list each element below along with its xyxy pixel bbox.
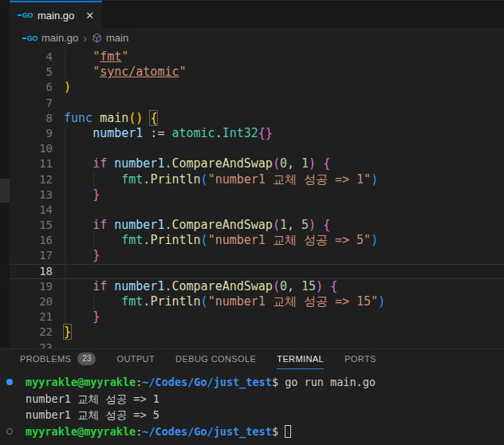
panel-tab-ports[interactable]: PORTS — [345, 349, 376, 369]
code-token — [93, 111, 100, 125]
symbol-package-icon — [92, 33, 102, 43]
indent-guide — [65, 187, 65, 203]
code-token: fmt — [121, 294, 143, 309]
code-line-9[interactable]: 9 number1 := atomic.Int32{} — [10, 126, 504, 141]
matched-bracket: } — [64, 325, 71, 339]
code-line-22[interactable]: 22} — [10, 325, 504, 340]
vscode-window: GO main.go ✕ GO main.go › main 4 "fmt"5 … — [0, 0, 504, 445]
sidebar-scrollbar-thumb[interactable] — [0, 179, 10, 203]
indent-guide — [93, 172, 94, 187]
code-token: CompareAndSwap — [171, 279, 272, 293]
code-line-5[interactable]: 5 "sync/atomic" — [10, 65, 504, 80]
command-decoration-icon[interactable] — [6, 428, 13, 435]
code-line-19[interactable]: 19 if number1.CompareAndSwap(0, 15) { — [10, 279, 504, 294]
code-content — [53, 264, 504, 279]
line-number: 15 — [10, 218, 53, 233]
panel-tab-bar: PROBLEMS23OUTPUTDEBUG CONSOLETERMINALPOR… — [0, 349, 504, 369]
code-line-8[interactable]: 8func main() { — [10, 111, 504, 126]
terminal-line: number1 교체 성공 => 5 — [0, 407, 504, 423]
code-line-23[interactable]: 23 — [10, 341, 504, 349]
breadcrumb-file[interactable]: GO main.go — [22, 32, 78, 44]
code-line-15[interactable]: 15 if number1.CompareAndSwap(1, 5) { — [10, 218, 504, 233]
code-line-17[interactable]: 17 } — [10, 248, 504, 263]
tab-main-go[interactable]: GO main.go ✕ — [10, 1, 102, 28]
code-token: ( — [273, 156, 280, 171]
code-content: if number1.CompareAndSwap(0, 15) { — [53, 279, 504, 294]
indent-guide — [65, 203, 65, 218]
code-token: " — [179, 65, 187, 79]
indent-guide — [65, 172, 65, 187]
code-token: if — [93, 279, 107, 293]
indent-guide — [93, 233, 94, 248]
line-number: 11 — [10, 156, 53, 171]
code-token: () — [128, 111, 143, 125]
terminal-text: ~/Codes/Go/just_test — [142, 425, 272, 438]
command-decoration-icon[interactable] — [6, 379, 13, 385]
code-line-10[interactable]: 10 — [10, 141, 504, 156]
code-line-13[interactable]: 13 } — [10, 187, 504, 203]
panel-tab-terminal[interactable]: TERMINAL — [277, 349, 324, 369]
code-content: fmt.Println("number1 교체 성공 => 1") — [53, 172, 504, 187]
terminal-text: myyrakle@myyrakle — [26, 425, 136, 438]
code-token: { — [330, 279, 337, 293]
code-token: 5 — [301, 218, 309, 232]
code-token: ) — [371, 172, 378, 187]
code-token: ( — [273, 218, 280, 232]
panel-tab-output[interactable]: OUTPUT — [116, 349, 155, 369]
code-token: ) — [309, 218, 316, 232]
code-line-18[interactable]: 18 — [10, 264, 504, 279]
code-token: main — [100, 111, 128, 125]
sidebar-edge — [0, 0, 10, 349]
code-token — [64, 156, 93, 171]
code-line-12[interactable]: 12 fmt.Println("number1 교체 성공 => 1") — [10, 172, 504, 187]
code-line-14[interactable]: 14 — [10, 203, 504, 218]
code-token — [64, 309, 93, 324]
code-line-7[interactable]: 7 — [10, 96, 504, 111]
code-line-21[interactable]: 21 } — [10, 309, 504, 325]
panel-tab-label: PORTS — [345, 354, 376, 364]
code-content: } — [53, 325, 504, 340]
line-number: 7 — [10, 96, 53, 111]
indent-guide — [65, 264, 65, 279]
code-editor[interactable]: 4 "fmt"5 "sync/atomic"6)78func main() {9… — [10, 48, 504, 349]
code-line-4[interactable]: 4 "fmt" — [10, 49, 504, 65]
code-token — [64, 65, 93, 79]
code-token: 1 — [301, 156, 309, 171]
code-token: fmt — [121, 233, 143, 247]
code-token: "number1 교체 성공 => 5" — [208, 233, 372, 247]
bottom-panel: PROBLEMS23OUTPUTDEBUG CONSOLETERMINALPOR… — [0, 349, 504, 445]
go-file-icon: GO — [22, 34, 37, 42]
code-line-11[interactable]: 11 if number1.CompareAndSwap(0, 1) { — [10, 156, 504, 171]
code-token: fmt — [100, 49, 121, 64]
code-token — [107, 156, 114, 171]
panel-tab-problems[interactable]: PROBLEMS23 — [20, 349, 96, 369]
code-content: if number1.CompareAndSwap(0, 1) { — [53, 156, 504, 171]
code-token — [64, 248, 93, 262]
breadcrumb-symbol[interactable]: main — [92, 32, 128, 44]
code-line-20[interactable]: 20 fmt.Println("number1 교체 성공 => 15") — [10, 294, 504, 309]
code-token: " — [121, 49, 128, 64]
code-token — [64, 49, 93, 64]
line-number: 8 — [10, 111, 53, 126]
indent-guide — [65, 49, 65, 65]
close-icon[interactable]: ✕ — [85, 10, 94, 22]
code-token: number1 — [93, 126, 143, 140]
code-line-16[interactable]: 16 fmt.Println("number1 교체 성공 => 5") — [10, 233, 504, 248]
code-token: := — [143, 126, 171, 140]
code-line-6[interactable]: 6) — [10, 80, 504, 95]
terminal-line: myyrakle@myyrakle:~/Codes/Go/just_test$ … — [0, 374, 504, 391]
panel-tab-label: OUTPUT — [116, 354, 155, 364]
go-file-icon: GO — [18, 11, 33, 19]
indent-guide — [65, 141, 65, 156]
editor-tab-bar: GO main.go ✕ — [10, 0, 504, 28]
code-token: ( — [201, 233, 208, 247]
code-token — [64, 279, 93, 293]
code-token: , — [287, 218, 301, 232]
line-number: 6 — [10, 80, 53, 95]
code-token: Int32 — [222, 126, 258, 140]
terminal[interactable]: myyrakle@myyrakle:~/Codes/Go/just_test$ … — [0, 369, 504, 445]
code-token: ( — [273, 279, 280, 293]
panel-tab-debug-console[interactable]: DEBUG CONSOLE — [175, 349, 256, 369]
indent-guide — [65, 248, 65, 263]
code-token — [64, 126, 93, 140]
